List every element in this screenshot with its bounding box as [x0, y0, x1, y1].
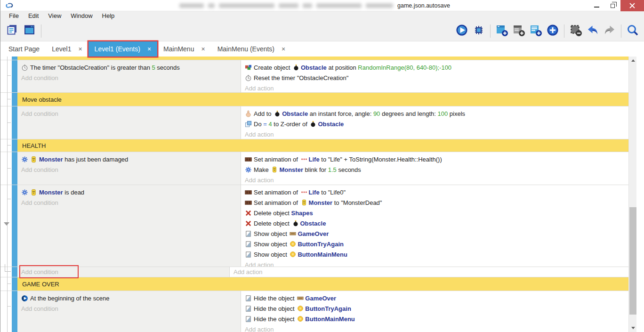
add-action-button[interactable]: Add action	[245, 130, 633, 139]
fold-arrow-icon[interactable]	[4, 222, 9, 226]
group-header[interactable]	[17, 57, 636, 60]
group-row	[0, 57, 636, 60]
undo-button[interactable]	[584, 23, 601, 40]
restore-button[interactable]	[604, 0, 620, 11]
tab-mainmenu[interactable]: MainMenu×	[157, 41, 211, 57]
scene-editor-button[interactable]	[21, 23, 38, 40]
action[interactable]: Set animation of Life to "Life0"	[245, 187, 633, 198]
add-action-button[interactable]: Add action	[245, 83, 633, 92]
scrollbar-down-arrow[interactable]	[629, 324, 636, 332]
action[interactable]: Hide the object GameOver	[245, 293, 633, 304]
object-name: Obstacle	[282, 110, 308, 117]
action[interactable]: Set animation of Monster to "MonsterDead…	[245, 198, 633, 208]
tab-mainmenu-events[interactable]: MainMenu (Events)×	[211, 41, 292, 57]
text-segment: Show object	[254, 230, 289, 237]
delete-event-button[interactable]	[567, 23, 584, 40]
tab-level1[interactable]: Level1×	[46, 41, 88, 57]
add-subevent-button[interactable]	[510, 23, 527, 40]
condition[interactable]: Monster is dead	[21, 187, 237, 198]
tab-close-icon[interactable]: ×	[147, 45, 151, 53]
action[interactable]: Show object ButtonTryAgain	[245, 239, 633, 250]
scrollbar-thumb[interactable]	[629, 207, 636, 315]
project-manager-button[interactable]	[4, 23, 21, 40]
action[interactable]: Add to Obstacle an instant force, angle:…	[245, 109, 633, 119]
add-action-button[interactable]: Add action	[233, 267, 636, 277]
text-segment: Do	[254, 121, 263, 128]
menu-edit[interactable]: Edit	[24, 11, 43, 21]
action[interactable]: Reset the timer "ObstacleCreation"	[245, 73, 633, 83]
text-segment: 90	[373, 110, 380, 117]
add-condition-button[interactable]: Add condition	[21, 73, 237, 83]
scrollbar-up-arrow[interactable]	[629, 57, 636, 65]
project-manager-icon	[6, 24, 19, 38]
vertical-scrollbar[interactable]	[628, 57, 636, 332]
group-header[interactable]: HEALTH	[17, 139, 636, 152]
add-condition-button[interactable]: Add condition	[21, 198, 237, 208]
tree-gutter	[0, 57, 12, 60]
debug-button[interactable]	[470, 23, 487, 40]
tab-label: Level1 (Events)	[95, 45, 140, 53]
tree-tick	[7, 168, 11, 169]
text-segment: Hide the object	[254, 295, 296, 302]
bomb-icon	[293, 64, 299, 71]
add-comment-button[interactable]	[527, 23, 544, 40]
action[interactable]: Delete object Shapes	[245, 208, 633, 219]
tree-tick	[7, 99, 11, 99]
minimize-button[interactable]	[588, 0, 604, 11]
redo-button[interactable]	[601, 23, 618, 40]
redacted-title-text	[366, 3, 393, 8]
condition[interactable]: Monster has just been damaged	[21, 154, 237, 165]
add-other-event-button[interactable]	[544, 23, 561, 40]
bomb-icon	[292, 220, 299, 227]
tab-level1-events[interactable]: Level1 (Events)×	[89, 41, 157, 57]
text-segment: to Z-order of	[272, 121, 309, 128]
text-segment: The timer "ObstacleCreation" is greater …	[30, 64, 152, 71]
add-action-button[interactable]: Add action	[245, 175, 633, 185]
action[interactable]: Do = 4 to Z-order of Obstacle	[245, 119, 633, 130]
visibility-icon	[245, 230, 252, 237]
action[interactable]: Show object ButtonMainMenu	[245, 250, 633, 260]
tab-start-page[interactable]: Start Page	[2, 41, 46, 57]
action[interactable]: Set animation of Life to "Life" + ToStri…	[245, 154, 633, 165]
menu-file[interactable]: File	[4, 11, 24, 21]
condition[interactable]: At the beginning of the scene	[21, 293, 237, 304]
group-header[interactable]: GAME OVER	[17, 277, 636, 291]
redacted-title-text	[179, 3, 204, 8]
add-condition-button[interactable]: Add condition	[21, 267, 229, 277]
tree-tick	[7, 145, 11, 146]
add-condition-button[interactable]: Add condition	[21, 109, 237, 119]
text-segment: at position	[327, 64, 358, 71]
add-condition-button[interactable]: Add condition	[21, 165, 237, 175]
behavior-icon	[21, 189, 28, 196]
preview-button[interactable]	[453, 23, 470, 40]
close-button[interactable]	[620, 0, 644, 11]
menu-window[interactable]: Window	[66, 11, 97, 21]
add-event-button[interactable]	[493, 23, 510, 40]
object-name: ButtonMainMenu	[305, 316, 354, 323]
action[interactable]: Create object Obstacle at position Rando…	[245, 63, 633, 73]
redacted-title-text	[279, 3, 298, 8]
event-row: Add conditionAdd to Obstacle an instant …	[0, 106, 636, 139]
action[interactable]: Show object GameOver	[245, 229, 633, 239]
menu-view[interactable]: View	[43, 11, 66, 21]
action[interactable]: Hide the object ButtonTryAgain	[245, 304, 633, 314]
tab-label: Start Page	[8, 45, 40, 53]
tab-close-icon[interactable]: ×	[282, 45, 285, 53]
tab-close-icon[interactable]: ×	[78, 45, 82, 53]
text-segment: Create object	[254, 64, 292, 71]
text-segment: =	[263, 121, 268, 128]
sub-event-connector	[0, 267, 12, 277]
add-action-button[interactable]: Add action	[245, 324, 633, 332]
add-condition-button[interactable]: Add condition	[21, 304, 237, 314]
search-button[interactable]	[624, 23, 641, 40]
menu-help[interactable]: Help	[97, 11, 120, 21]
group-header[interactable]: Move obstacle	[17, 93, 636, 106]
add-action-button[interactable]: Add action	[245, 260, 633, 267]
condition[interactable]: The timer "ObstacleCreation" is greater …	[21, 63, 237, 73]
action[interactable]: Hide the object ButtonMainMenu	[245, 314, 633, 324]
action[interactable]: Delete object Obstacle	[245, 219, 633, 229]
action[interactable]: Make Monster blink for 1.5 seconds	[245, 165, 633, 175]
window-title: game.json.autosave	[179, 0, 450, 11]
delete-event-icon	[569, 24, 582, 38]
tab-close-icon[interactable]: ×	[201, 45, 205, 53]
